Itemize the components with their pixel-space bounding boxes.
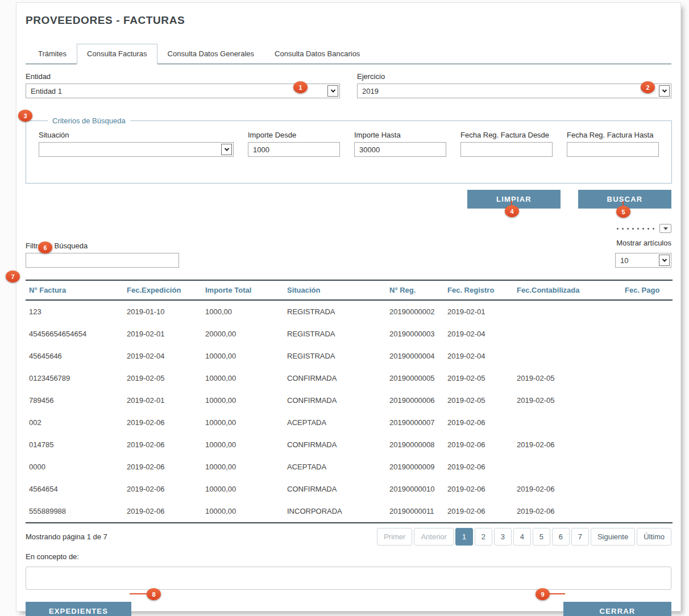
pagination-next-button[interactable]: Siguiente xyxy=(591,528,635,546)
pagination-page-button-4[interactable]: 4 xyxy=(513,528,531,546)
column-header-num-factura[interactable]: N° Factura xyxy=(26,280,123,300)
annotation-marker-7: 7 xyxy=(6,270,20,282)
table-row[interactable]: 0147852019-02-0610000,00CONFIRMADA201900… xyxy=(26,434,673,456)
table-row[interactable]: 01234567892019-02-0510000,00CONFIRMADA20… xyxy=(26,367,673,389)
table-cell: CONFIRMADA xyxy=(284,434,386,456)
table-cell xyxy=(621,434,673,456)
situacion-label: Situación xyxy=(39,131,234,139)
footer-actions-row: EXPEDIENTES CERRAR xyxy=(26,602,671,616)
pagination-page-button-5[interactable]: 5 xyxy=(533,528,550,546)
dot-icon xyxy=(653,228,654,230)
table-cell: CONFIRMADA xyxy=(284,389,386,411)
table-cell xyxy=(621,478,673,500)
mostrar-articulos-select[interactable]: 10 xyxy=(615,253,671,268)
table-cell: 2019-02-04 xyxy=(444,345,513,367)
table-cell: 2019-02-06 xyxy=(444,434,513,456)
dot-icon xyxy=(622,228,624,230)
concepto-textarea[interactable] xyxy=(26,567,671,590)
chevron-down-icon xyxy=(659,255,670,266)
tab-consulta-datos-generales[interactable]: Consulta Datos Generales xyxy=(157,44,264,64)
tab-consulta-datos-bancarios[interactable]: Consulta Datos Bancarios xyxy=(264,44,370,64)
cerrar-button[interactable]: CERRAR xyxy=(563,602,671,616)
ejercicio-select[interactable]: 2019 xyxy=(357,84,671,98)
dot-icon xyxy=(617,228,619,230)
importe-hasta-input[interactable] xyxy=(354,142,446,157)
annotation-line-8 xyxy=(130,593,148,594)
table-cell: 20190000004 xyxy=(386,345,444,367)
table-cell xyxy=(621,367,673,389)
column-header-fec-pago[interactable]: Fec. Pago xyxy=(621,280,673,300)
table-cell: 2019-02-04 xyxy=(444,323,513,345)
table-cell: 2019-02-05 xyxy=(444,367,513,389)
table-row[interactable]: 456456462019-02-0410000,00REGISTRADA2019… xyxy=(26,345,673,367)
annotation-marker-8: 8 xyxy=(147,588,161,600)
chevron-down-icon xyxy=(327,85,338,97)
table-cell: REGISTRADA xyxy=(284,345,386,367)
pagination-controls: Primer Anterior 1 2 3 4 5 6 7 Siguiente … xyxy=(377,528,671,546)
table-cell xyxy=(621,411,673,434)
table-cell: 2019-01-10 xyxy=(123,300,202,323)
table-row[interactable]: 1232019-01-101000,00REGISTRADA2019000000… xyxy=(26,300,673,323)
table-cell: 4564654 xyxy=(26,478,123,500)
column-header-fec-contabilizada[interactable]: Fec.Contabilizada xyxy=(513,280,621,300)
pagination-page-button-1[interactable]: 1 xyxy=(455,528,473,546)
table-cell: 20190000007 xyxy=(386,411,444,434)
importe-desde-input[interactable] xyxy=(248,142,340,157)
table-cell: 2019-02-01 xyxy=(444,300,513,323)
table-cell: 2019-02-05 xyxy=(123,367,202,389)
column-header-importe-total[interactable]: Importe Total xyxy=(202,280,284,300)
situacion-select[interactable] xyxy=(39,142,234,157)
entidad-select-value: Entidad 1 xyxy=(31,87,62,95)
expedientes-button[interactable]: EXPEDIENTES xyxy=(26,602,131,616)
pagination-first-button[interactable]: Primer xyxy=(377,528,412,546)
table-cell: 2019-02-06 xyxy=(123,456,202,478)
table-options-dropdown-button[interactable] xyxy=(659,224,671,233)
pagination-page-button-6[interactable]: 6 xyxy=(552,528,570,546)
tab-consulta-facturas[interactable]: Consulta Facturas xyxy=(77,44,157,64)
table-cell xyxy=(621,389,673,411)
table-cell: 10000,00 xyxy=(202,411,284,434)
ejercicio-select-value: 2019 xyxy=(362,87,379,95)
mostrar-articulos-value: 10 xyxy=(620,256,628,265)
column-header-fec-registro[interactable]: Fec. Registro xyxy=(444,280,513,300)
table-row[interactable]: 45646542019-02-0610000,00CONFIRMADA20190… xyxy=(26,478,673,500)
entity-year-row: Entidad Entidad 1 Ejercicio 2019 xyxy=(26,72,671,98)
table-row[interactable]: 7894562019-02-0110000,00CONFIRMADA201900… xyxy=(26,389,673,411)
table-row[interactable]: 00002019-02-0610000,00ACEPTADA2019000000… xyxy=(26,456,673,478)
chevron-down-icon xyxy=(221,144,232,155)
table-cell xyxy=(513,300,621,323)
entidad-select[interactable]: Entidad 1 xyxy=(26,84,340,98)
table-cell: 2019-02-06 xyxy=(444,456,513,478)
fecha-reg-desde-input[interactable] xyxy=(460,142,553,157)
table-cell: 20190000009 xyxy=(386,456,444,478)
fecha-reg-hasta-input[interactable] xyxy=(567,142,659,157)
table-cell: 20190000002 xyxy=(386,300,444,323)
table-cell: 2019-02-04 xyxy=(123,345,202,367)
table-row[interactable]: 454566546546542019-02-0120000,00REGISTRA… xyxy=(26,323,673,345)
table-cell: 002 xyxy=(26,411,123,434)
table-cell: 10000,00 xyxy=(202,389,284,411)
table-header-row: N° Factura Fec.Expedición Importe Total … xyxy=(26,280,673,300)
pagination-page-button-7[interactable]: 7 xyxy=(571,528,589,546)
page-card: PROVEEDORES - FACTURAS Trámites Consulta… xyxy=(16,2,681,611)
filtro-busqueda-input[interactable] xyxy=(26,253,179,268)
table-row[interactable]: 5558899882019-02-0610000,00INCORPORADA20… xyxy=(26,500,673,523)
column-header-fec-expedicion[interactable]: Fec.Expedición xyxy=(123,280,202,300)
pagination-last-button[interactable]: Último xyxy=(637,528,671,546)
table-cell: 789456 xyxy=(26,389,123,411)
table-cell: 2019-02-01 xyxy=(123,389,202,411)
table-cell: 2019-02-05 xyxy=(513,367,621,389)
pagination-prev-button[interactable]: Anterior xyxy=(414,528,454,546)
mostrar-articulos-label: Mostrar artículos xyxy=(616,239,671,247)
column-header-situacion[interactable]: Situación xyxy=(284,280,386,300)
pagination-page-button-3[interactable]: 3 xyxy=(494,528,512,546)
entidad-label: Entidad xyxy=(26,72,340,81)
tab-tramites[interactable]: Trámites xyxy=(28,44,77,64)
table-cell xyxy=(621,300,673,323)
table-cell: 1000,00 xyxy=(202,300,284,323)
table-cell: ACEPTADA xyxy=(284,411,386,434)
column-header-num-reg[interactable]: N° Reg. xyxy=(386,280,444,300)
importe-hasta-label: Importe Hasta xyxy=(354,131,446,139)
table-row[interactable]: 0022019-02-0610000,00ACEPTADA20190000007… xyxy=(26,411,673,434)
pagination-page-button-2[interactable]: 2 xyxy=(475,528,492,546)
